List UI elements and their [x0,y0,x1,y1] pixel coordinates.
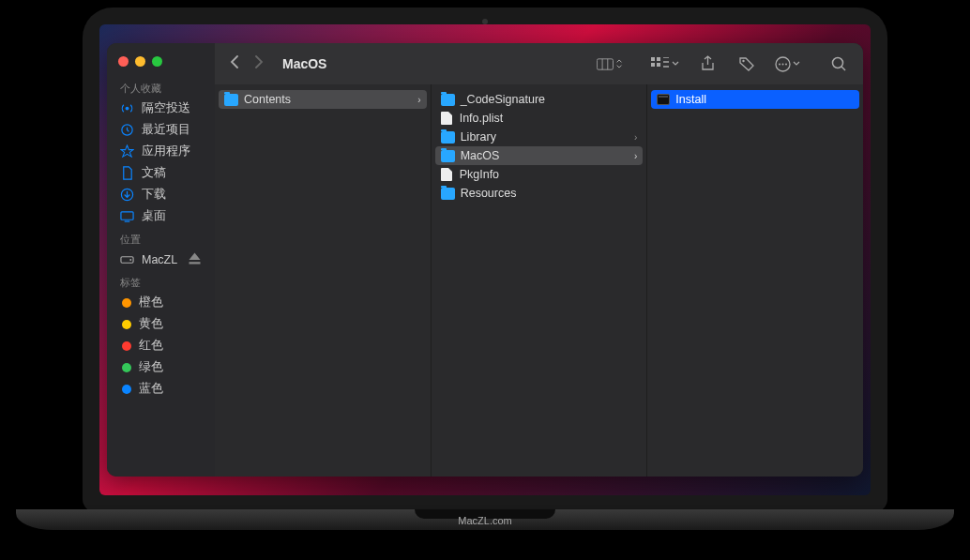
file-name: Install [675,93,706,106]
forward-button[interactable] [254,55,264,72]
sidebar-item-label: 隔空投送 [142,100,190,116]
file-row[interactable]: Info.plist [432,109,647,128]
chevron-right-icon: › [417,95,420,105]
apps-icon [120,144,134,159]
file-name: PkgInfo [460,168,499,181]
svg-rect-3 [121,212,133,219]
maximize-button[interactable] [152,56,162,67]
sidebar-item[interactable]: 橙色 [107,292,215,313]
sidebar-item[interactable]: 隔空投送 [107,98,215,119]
tag-dot-icon [122,363,131,372]
sidebar-item-label: 橙色 [139,295,163,310]
file-name: Resources [461,187,517,200]
sidebar-item-label: 应用程序 [142,144,190,159]
sidebar-item-label: 绿色 [139,359,163,375]
file-row[interactable]: Library› [432,128,647,146]
sidebar-section-header: 位置 [107,227,215,249]
svg-point-5 [129,259,131,261]
finder-window: 个人收藏隔空投送最近项目应用程序文稿下载桌面位置MacZL标签橙色黄色红色绿色蓝… [107,43,863,477]
sidebar-item-label: MacZL [142,253,177,266]
share-button[interactable] [694,53,720,75]
recents-icon [120,123,134,137]
folder-icon [441,131,455,144]
more-button[interactable] [773,53,801,75]
svg-point-14 [779,63,781,65]
eject-icon[interactable] [188,251,202,267]
sidebar-item-label: 最近项目 [142,122,190,138]
airdrop-icon [120,101,134,115]
sidebar-section-header: 标签 [107,270,215,292]
sidebar-item[interactable]: 蓝色 [107,378,215,400]
svg-rect-7 [597,58,613,68]
window-title: MacOS [282,56,326,71]
window-controls [107,51,215,76]
folder-icon [441,94,455,106]
tag-dot-icon [122,320,131,329]
sidebar-item-label: 黄色 [139,316,163,332]
folder-icon [441,150,455,162]
sidebar-section-header: 个人收藏 [107,76,215,98]
sidebar-item[interactable]: 黄色 [107,313,215,335]
column: Contents› [215,84,432,477]
docs-icon [120,166,134,180]
sidebar-item-label: 桌面 [142,208,166,224]
svg-point-15 [781,63,783,65]
downloads-icon [120,188,134,202]
file-name: Info.plist [460,112,504,125]
tag-dot-icon [122,298,131,308]
svg-point-12 [742,59,744,61]
svg-rect-6 [189,262,201,264]
sidebar-item[interactable]: 下载 [107,184,215,205]
executable-icon [657,94,670,105]
sidebar-item[interactable]: 应用程序 [107,141,215,162]
column: Install [647,84,863,477]
sidebar-item[interactable]: 文稿 [107,162,215,184]
column: _CodeSignatureInfo.plistLibrary›MacOS›Pk… [432,84,648,477]
file-row[interactable]: MacOS› [435,146,644,165]
group-button[interactable] [649,53,681,75]
desktop-icon [120,209,134,223]
file-row[interactable]: Resources [432,184,647,203]
view-columns-button[interactable] [597,53,623,75]
file-row[interactable]: Contents› [219,90,427,109]
svg-point-17 [833,58,843,68]
minimize-button[interactable] [135,56,145,67]
svg-rect-10 [651,63,655,67]
file-row[interactable]: _CodeSignature [432,90,647,109]
svg-point-0 [126,107,129,111]
file-icon [441,112,452,125]
sidebar: 个人收藏隔空投送最近项目应用程序文稿下载桌面位置MacZL标签橙色黄色红色绿色蓝… [107,43,215,477]
folder-icon [441,188,455,200]
sidebar-item[interactable]: 红色 [107,335,215,356]
chevron-right-icon: › [634,132,637,143]
chevron-right-icon: › [634,151,637,161]
file-icon [441,168,452,181]
file-name: MacOS [461,149,500,162]
search-button[interactable] [826,53,852,75]
svg-point-16 [785,63,787,65]
sidebar-item-label: 红色 [139,338,163,354]
sidebar-item-label: 文稿 [142,165,166,181]
file-name: Contents [244,93,291,106]
sidebar-item[interactable]: 最近项目 [107,119,215,141]
file-row[interactable]: PkgInfo [432,165,647,184]
sidebar-item-label: 下载 [142,187,166,203]
svg-rect-11 [657,63,660,67]
svg-rect-8 [651,57,655,61]
file-name: Library [461,130,496,144]
sidebar-item[interactable]: 桌面 [107,205,215,227]
file-name: _CodeSignature [461,93,545,106]
sidebar-item[interactable]: 绿色 [107,356,215,378]
watermark: MacZL.com [458,515,511,526]
tags-button[interactable] [734,53,760,75]
file-row[interactable]: Install [651,90,859,109]
svg-rect-9 [657,57,660,61]
close-button[interactable] [118,56,129,67]
sidebar-item-label: 蓝色 [139,381,163,397]
tag-dot-icon [122,341,131,351]
folder-icon [224,94,238,106]
back-button[interactable] [230,55,239,72]
sidebar-item[interactable]: MacZL [107,249,215,270]
disk-icon [120,252,134,266]
toolbar: MacOS [215,43,863,84]
